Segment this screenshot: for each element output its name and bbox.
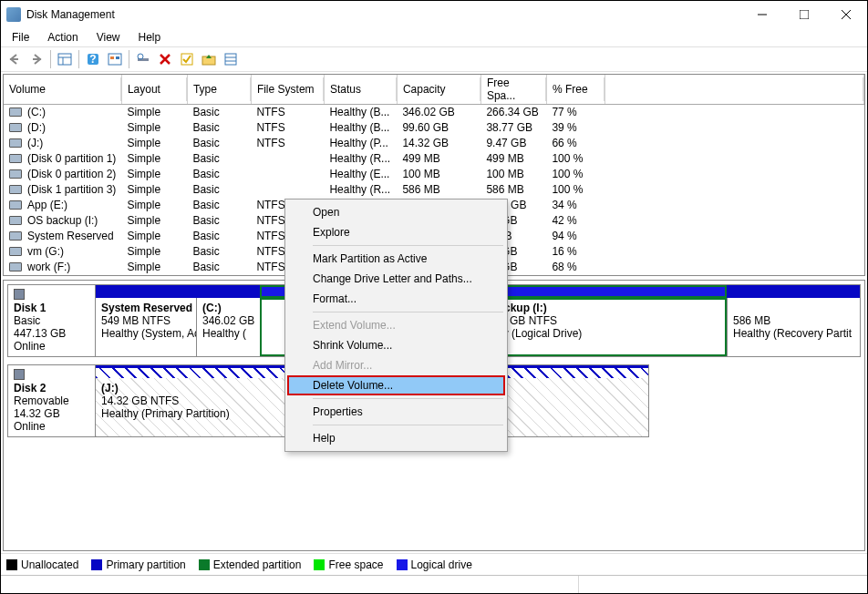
ctx-add-mirror: Add Mirror... xyxy=(287,355,505,375)
volume-free: 586 MB xyxy=(480,182,546,198)
col-freespace[interactable]: Free Spa... xyxy=(480,75,546,105)
volume-layout: Simple xyxy=(121,120,187,136)
col-filesystem[interactable]: File System xyxy=(251,75,324,105)
volume-type: Basic xyxy=(187,167,251,182)
settings-button[interactable] xyxy=(105,49,125,69)
volume-pct: 42 % xyxy=(546,213,604,229)
volume-name: (J:) xyxy=(27,137,43,149)
volume-pct: 100 % xyxy=(546,167,604,182)
col-layout[interactable]: Layout xyxy=(121,75,187,105)
volume-row[interactable]: (J:)SimpleBasicNTFSHealthy (P...14.32 GB… xyxy=(4,136,864,151)
volume-free: 100 MB xyxy=(480,167,546,182)
forward-button[interactable] xyxy=(26,49,46,69)
volume-status: Healthy (R... xyxy=(324,151,397,167)
ctx-format[interactable]: Format... xyxy=(287,289,505,309)
volume-row[interactable]: (Disk 0 partition 2)SimpleBasicHealthy (… xyxy=(4,167,864,182)
volume-pct: 94 % xyxy=(546,229,604,244)
volume-capacity: 14.32 GB xyxy=(397,136,480,151)
partition-state: Healthy (System, Active xyxy=(101,327,196,340)
close-button[interactable] xyxy=(825,1,867,28)
refresh-button[interactable] xyxy=(133,49,153,69)
volume-layout: Simple xyxy=(121,229,187,244)
volume-pct: 39 % xyxy=(546,120,604,136)
volume-pct: 77 % xyxy=(546,105,604,120)
back-button[interactable] xyxy=(5,49,25,69)
ctx-open[interactable]: Open xyxy=(287,202,505,222)
volume-name: vm (G:) xyxy=(27,245,64,258)
col-status[interactable]: Status xyxy=(324,75,397,105)
ctx-delete-volume[interactable]: Delete Volume... xyxy=(287,375,505,395)
partition-state: Healthy (Recovery Partit xyxy=(733,327,852,340)
volume-type: Basic xyxy=(187,136,251,151)
partition-size: 346.02 GB xyxy=(202,314,254,327)
partition-recovery[interactable]: 586 MB Healthy (Recovery Partit xyxy=(727,298,860,356)
svg-rect-1 xyxy=(800,10,809,19)
check-icon[interactable] xyxy=(177,49,197,69)
menu-file[interactable]: File xyxy=(5,29,36,46)
col-capacity[interactable]: Capacity xyxy=(397,75,480,105)
volume-status: Healthy (B... xyxy=(324,120,397,136)
ctx-mark-active[interactable]: Mark Partition as Active xyxy=(287,249,505,269)
volume-type: Basic xyxy=(187,151,251,167)
volume-name: (C:) xyxy=(27,106,46,118)
partition-state: Healthy (Primary Partition) xyxy=(101,407,230,420)
minimize-button[interactable] xyxy=(741,1,783,28)
volume-row[interactable]: (C:)SimpleBasicNTFSHealthy (B...346.02 G… xyxy=(4,105,864,120)
disk-1-name: Disk 1 xyxy=(14,302,91,314)
volume-layout: Simple xyxy=(121,213,187,229)
partition-c[interactable]: (C:) 346.02 GB Healthy ( xyxy=(196,298,260,356)
properties-icon[interactable] xyxy=(221,49,241,69)
delete-icon[interactable] xyxy=(155,49,175,69)
svg-rect-13 xyxy=(116,56,119,59)
disk-management-window: Disk Management File Action View Help ? … xyxy=(0,0,868,594)
volume-pct: 34 % xyxy=(546,198,604,213)
volume-type: Basic xyxy=(187,105,251,120)
disk-icon xyxy=(14,369,25,380)
volume-pct: 100 % xyxy=(546,182,604,198)
menubar: File Action View Help xyxy=(1,28,867,46)
show-hide-tree-button[interactable] xyxy=(55,49,75,69)
menu-view[interactable]: View xyxy=(89,29,128,46)
volume-name: OS backup (I:) xyxy=(27,214,98,227)
partition-size: 549 MB NTFS xyxy=(101,314,170,327)
folder-up-icon[interactable] xyxy=(199,49,219,69)
svg-rect-4 xyxy=(10,58,18,60)
volume-capacity: 99.60 GB xyxy=(397,120,480,136)
volume-row[interactable]: (Disk 1 partition 3)SimpleBasicHealthy (… xyxy=(4,182,864,198)
volume-layout: Simple xyxy=(121,198,187,213)
partition-title: System Reserved xyxy=(101,302,191,314)
volume-name: (Disk 0 partition 2) xyxy=(27,168,116,180)
volume-row[interactable]: (Disk 0 partition 1)SimpleBasicHealthy (… xyxy=(4,151,864,167)
volume-name: System Reserved xyxy=(27,230,114,242)
volume-name: (Disk 0 partition 1) xyxy=(27,152,116,165)
volume-status: Healthy (E... xyxy=(324,167,397,182)
col-volume[interactable]: Volume xyxy=(4,75,121,105)
ctx-change-letter[interactable]: Change Drive Letter and Paths... xyxy=(287,269,505,289)
ctx-help[interactable]: Help xyxy=(287,428,505,448)
menu-action[interactable]: Action xyxy=(40,29,85,46)
volume-icon xyxy=(9,169,22,179)
window-title: Disk Management xyxy=(26,8,741,21)
help-button[interactable]: ? xyxy=(83,49,103,69)
partition-system-reserved[interactable]: System Reserved 549 MB NTFS Healthy (Sys… xyxy=(96,298,196,356)
volume-fs: NTFS xyxy=(251,136,324,151)
disk-1-header[interactable]: Disk 1 Basic 447.13 GB Online xyxy=(8,285,96,356)
volume-fs: NTFS xyxy=(251,120,324,136)
partition-state: Healthy ( xyxy=(202,327,246,340)
col-type[interactable]: Type xyxy=(187,75,251,105)
col-pctfree[interactable]: % Free xyxy=(546,75,604,105)
disk-2-type: Removable xyxy=(14,394,91,407)
volume-capacity: 499 MB xyxy=(397,151,480,167)
ctx-explore[interactable]: Explore xyxy=(287,222,505,242)
volume-fs xyxy=(251,167,324,182)
maximize-button[interactable] xyxy=(783,1,825,28)
disk-1-size: 447.13 GB xyxy=(14,327,91,340)
ctx-properties[interactable]: Properties xyxy=(287,402,505,422)
disk-2-header[interactable]: Disk 2 Removable 14.32 GB Online xyxy=(8,365,96,436)
volume-pct: 68 % xyxy=(546,260,604,275)
legend: Unallocated Primary partition Extended p… xyxy=(1,553,867,575)
menu-help[interactable]: Help xyxy=(131,29,169,46)
ctx-shrink[interactable]: Shrink Volume... xyxy=(287,335,505,355)
volume-row[interactable]: (D:)SimpleBasicNTFSHealthy (B...99.60 GB… xyxy=(4,120,864,136)
volume-free: 9.47 GB xyxy=(480,136,546,151)
